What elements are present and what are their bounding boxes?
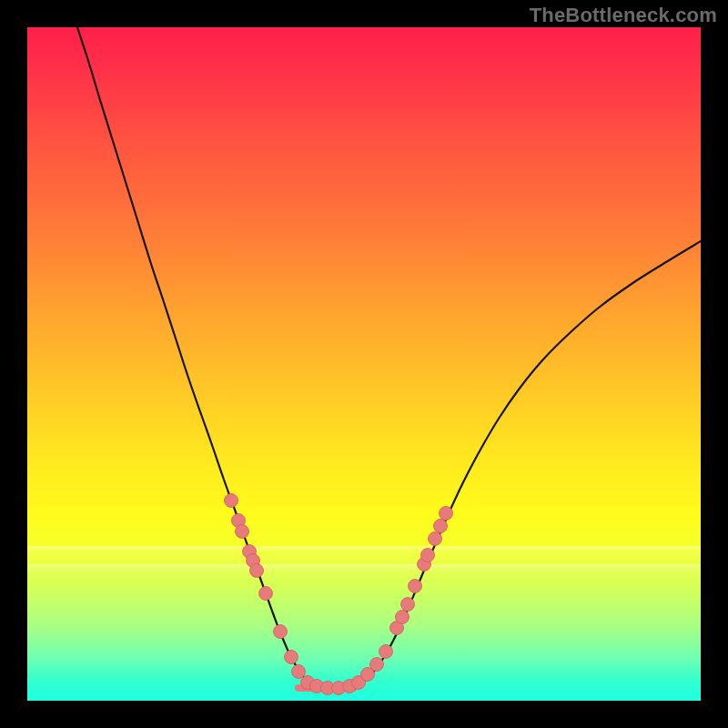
- marker-dot: [396, 611, 410, 624]
- bottleneck-curve: [77, 27, 701, 688]
- plot-area: [27, 27, 701, 701]
- marker-dot: [370, 658, 384, 672]
- marker-dot: [259, 587, 273, 601]
- marker-dots-group: [225, 494, 453, 695]
- marker-dot: [429, 532, 442, 546]
- curve-layer: [27, 27, 701, 701]
- marker-dot: [292, 665, 306, 679]
- marker-dot: [250, 564, 264, 578]
- marker-dot: [225, 494, 238, 508]
- marker-dot: [379, 645, 393, 659]
- marker-dot: [285, 651, 298, 664]
- marker-dot: [421, 549, 435, 562]
- watermark-text: TheBottleneck.com: [530, 4, 717, 27]
- marker-dot: [440, 507, 453, 521]
- marker-dot: [409, 580, 422, 593]
- marker-dot: [274, 625, 288, 639]
- marker-dot: [434, 520, 448, 533]
- chart-frame: TheBottleneck.com: [0, 0, 728, 728]
- marker-dot: [236, 525, 249, 539]
- marker-dot: [401, 598, 415, 612]
